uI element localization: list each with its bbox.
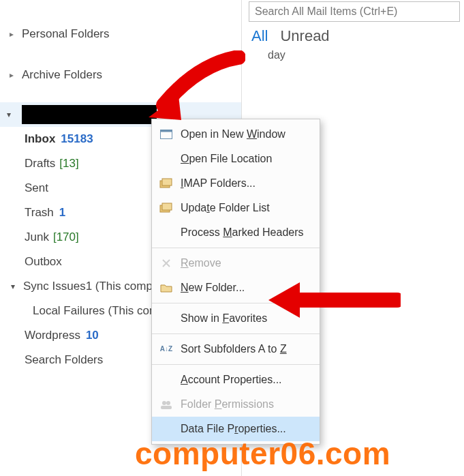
blank-icon (157, 373, 175, 387)
folder-label: Trash (25, 206, 54, 220)
menu-label: Open File Location (181, 153, 272, 165)
menu-label: Process Marked Headers (181, 226, 304, 239)
chevron-right-icon (10, 70, 19, 80)
menu-label: Account Properties... (181, 374, 282, 386)
unread-count: 1 (59, 206, 65, 220)
folder-label: Sent (25, 181, 48, 195)
menu-imap-folders[interactable]: IMAP Folders... (152, 171, 320, 196)
menu-label: Sort Subfolders A to Z (181, 343, 287, 355)
menu-label: IMAP Folders... (181, 177, 256, 190)
filter-all[interactable]: All (251, 27, 268, 45)
menu-folder-permissions: Folder Permissions (152, 392, 320, 417)
menu-label: Show in Favorites (181, 312, 267, 325)
filter-unread[interactable]: Unread (280, 27, 329, 45)
folder-label: Outbox (25, 255, 62, 269)
blank-icon (157, 226, 175, 239)
folder-label: Search Folders (25, 353, 103, 367)
menu-separator (152, 248, 320, 248)
svg-rect-5 (162, 203, 172, 210)
menu-label: Data File Properties... (181, 423, 286, 435)
folder-label: Sync Issues1 (This compu (23, 280, 159, 293)
menu-update-folder-list[interactable]: Update Folder List (152, 196, 320, 220)
remove-icon (157, 256, 175, 270)
menu-separator (152, 303, 320, 303)
day-header-text: day (268, 49, 285, 61)
menu-open-new-window[interactable]: Open in New Window (152, 122, 320, 147)
folders-refresh-icon (157, 201, 175, 215)
folder-label: Junk (25, 230, 49, 244)
svg-rect-1 (161, 130, 172, 132)
blank-icon (157, 152, 175, 166)
menu-separator (152, 364, 320, 365)
folder-label: Drafts (25, 157, 55, 170)
nav-spacer (0, 3, 241, 22)
unread-count: 10 (86, 329, 99, 342)
sort-az-icon: A↓Z (157, 342, 175, 356)
day-group-header: day (242, 48, 464, 63)
svg-rect-10 (161, 406, 172, 409)
blank-icon (157, 422, 175, 436)
svg-rect-3 (162, 179, 172, 185)
unread-count: 15183 (61, 132, 93, 146)
folder-label: Wordpress (25, 329, 80, 342)
menu-label: Update Folder List (181, 202, 270, 214)
menu-label: Open in New Window (181, 128, 285, 140)
folder-label: Inbox (25, 132, 55, 146)
folder-label: Local Failures (This com (33, 304, 159, 318)
menu-account-properties[interactable]: Account Properties... (152, 368, 320, 392)
junk-count: [170] (53, 230, 79, 244)
search-input[interactable]: Search All Mail Items (Ctrl+E) (249, 1, 460, 22)
draft-count: [13] (59, 157, 78, 170)
personal-folders-label: Personal Folders (22, 27, 110, 41)
svg-point-8 (162, 401, 166, 405)
menu-new-folder[interactable]: New Folder... (152, 276, 320, 300)
blank-icon (157, 312, 175, 325)
chevron-down-icon (11, 282, 20, 291)
window-icon (157, 128, 175, 141)
folder-icon (157, 281, 175, 295)
menu-sort-subfolders[interactable]: A↓Z Sort Subfolders A to Z (152, 337, 320, 361)
redacted-account-name (22, 105, 157, 124)
menu-process-marked-headers[interactable]: Process Marked Headers (152, 220, 320, 245)
chevron-right-icon (10, 29, 19, 39)
archive-folders-label: Archive Folders (22, 68, 102, 82)
search-placeholder-text: Search All Mail Items (Ctrl+E) (255, 5, 397, 18)
menu-open-file-location[interactable]: Open File Location (152, 147, 320, 171)
menu-separator (152, 333, 320, 334)
menu-label: Folder Permissions (181, 398, 274, 411)
menu-show-in-favorites[interactable]: Show in Favorites (152, 306, 320, 331)
svg-point-9 (166, 401, 170, 405)
people-icon (157, 398, 175, 411)
archive-folders-header[interactable]: Archive Folders (0, 63, 241, 87)
chevron-down-icon (7, 110, 16, 119)
menu-remove: Remove (152, 251, 320, 276)
folder-context-menu: Open in New Window Open File Location IM… (151, 119, 320, 445)
personal-folders-header[interactable]: Personal Folders (0, 22, 241, 46)
menu-label: New Folder... (181, 282, 245, 294)
menu-label: Remove (181, 257, 221, 269)
filter-bar: All Unread (242, 22, 464, 48)
menu-data-file-properties[interactable]: Data File Properties... (152, 417, 320, 441)
folders-icon (157, 177, 175, 190)
